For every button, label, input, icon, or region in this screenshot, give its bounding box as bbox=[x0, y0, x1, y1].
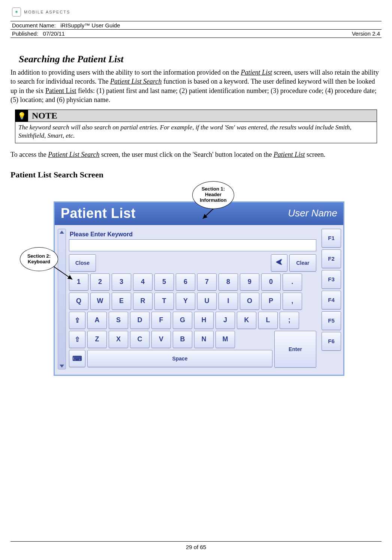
key-2[interactable]: 2 bbox=[90, 273, 110, 291]
doc-meta-table: Document Name: iRISupply™ User Guide Pub… bbox=[10, 21, 382, 38]
key-9[interactable]: 9 bbox=[240, 273, 259, 291]
key-6[interactable]: 6 bbox=[176, 273, 195, 291]
key-k[interactable]: K bbox=[237, 312, 256, 329]
key-period[interactable]: . bbox=[283, 273, 302, 291]
key-n[interactable]: N bbox=[194, 331, 214, 348]
svg-line-1 bbox=[53, 266, 72, 279]
f3-key[interactable]: F3 bbox=[322, 270, 341, 289]
arrow-icon bbox=[51, 264, 77, 282]
key-semicolon[interactable]: ; bbox=[280, 312, 299, 329]
app-username: User Name bbox=[288, 207, 337, 219]
key-d[interactable]: D bbox=[130, 312, 150, 329]
key-o[interactable]: O bbox=[240, 293, 259, 310]
key-8[interactable]: 8 bbox=[218, 273, 238, 291]
patient-list-search-window: Patient List User Name Please Enter Keyw… bbox=[54, 201, 344, 376]
key-t[interactable]: T bbox=[154, 293, 174, 310]
key-z[interactable]: Z bbox=[87, 331, 107, 348]
callout-section-1: Section 1: Header Information bbox=[192, 181, 234, 209]
key-0[interactable]: 0 bbox=[261, 273, 281, 291]
key-e[interactable]: E bbox=[112, 293, 131, 310]
key-a[interactable]: A bbox=[87, 312, 107, 329]
app-header: Patient List User Name bbox=[55, 203, 343, 225]
shift-key[interactable]: ⇧ bbox=[69, 331, 85, 348]
f2-key[interactable]: F2 bbox=[322, 249, 341, 268]
paragraph-2: To access the Patient List Search screen… bbox=[10, 150, 382, 159]
note-box: 💡 NOTE The keyword search will also sear… bbox=[15, 110, 377, 143]
key-3[interactable]: 3 bbox=[112, 273, 131, 291]
note-body: The keyword search will also search on p… bbox=[15, 122, 377, 143]
enter-key[interactable]: Enter bbox=[274, 331, 316, 368]
key-5[interactable]: 5 bbox=[154, 273, 174, 291]
f4-key[interactable]: F4 bbox=[322, 291, 341, 309]
section-title: Searching the Patient List bbox=[19, 54, 382, 65]
app-title: Patient List bbox=[61, 206, 136, 221]
lightbulb-icon: 💡 bbox=[15, 110, 28, 122]
key-f[interactable]: F bbox=[151, 312, 171, 329]
key-v[interactable]: V bbox=[151, 331, 171, 348]
version-value: Version 2.4 bbox=[352, 30, 380, 37]
key-g[interactable]: G bbox=[173, 312, 192, 329]
key-h[interactable]: H bbox=[194, 312, 214, 329]
callout-section-2: Section 2: Keyboard bbox=[20, 247, 58, 271]
svg-line-0 bbox=[203, 207, 215, 219]
note-label: NOTE bbox=[28, 110, 61, 122]
logo: ✶ MOBILE ASPECTS bbox=[10, 8, 382, 17]
key-w[interactable]: W bbox=[90, 293, 110, 310]
key-4[interactable]: 4 bbox=[133, 273, 153, 291]
backspace-key[interactable]: ⮜ bbox=[271, 254, 287, 272]
key-b[interactable]: B bbox=[173, 331, 192, 348]
doc-name-value: iRISupply™ User Guide bbox=[60, 22, 120, 29]
key-i[interactable]: I bbox=[218, 293, 238, 310]
key-l[interactable]: L bbox=[258, 312, 278, 329]
key-u[interactable]: U bbox=[197, 293, 217, 310]
logo-text: MOBILE ASPECTS bbox=[24, 10, 70, 14]
f1-key[interactable]: F1 bbox=[322, 229, 341, 248]
vertical-scrollbar[interactable] bbox=[58, 229, 66, 369]
subsection-title: Patient List Search Screen bbox=[10, 170, 382, 180]
f5-key[interactable]: F5 bbox=[322, 311, 341, 330]
f6-key[interactable]: F6 bbox=[322, 332, 341, 351]
alt-keyboard-key[interactable]: ⌨ bbox=[69, 350, 85, 367]
doc-name-label: Document Name: bbox=[12, 22, 56, 29]
key-p[interactable]: P bbox=[261, 293, 281, 310]
keyword-input[interactable] bbox=[69, 239, 316, 251]
key-s[interactable]: S bbox=[109, 312, 128, 329]
space-key[interactable]: Space bbox=[87, 350, 272, 367]
published-value: 07/20/11 bbox=[43, 30, 65, 37]
key-x[interactable]: X bbox=[109, 331, 128, 348]
published-label: Published: bbox=[12, 30, 38, 37]
key-comma[interactable]: , bbox=[283, 293, 302, 310]
key-q[interactable]: Q bbox=[69, 293, 88, 310]
keyword-label: Please Enter Keyword bbox=[67, 229, 318, 239]
logo-icon: ✶ bbox=[12, 8, 21, 17]
key-j[interactable]: J bbox=[215, 312, 235, 329]
key-7[interactable]: 7 bbox=[197, 273, 217, 291]
clear-button[interactable]: Clear bbox=[289, 254, 316, 272]
caps-key[interactable]: ⇪ bbox=[69, 312, 85, 329]
page-footer: 29 of 65 bbox=[10, 541, 382, 550]
key-r[interactable]: R bbox=[133, 293, 153, 310]
key-y[interactable]: Y bbox=[176, 293, 195, 310]
paragraph-1: In addition to providing users with the … bbox=[10, 68, 382, 104]
key-m[interactable]: M bbox=[215, 331, 235, 348]
key-c[interactable]: C bbox=[130, 331, 150, 348]
